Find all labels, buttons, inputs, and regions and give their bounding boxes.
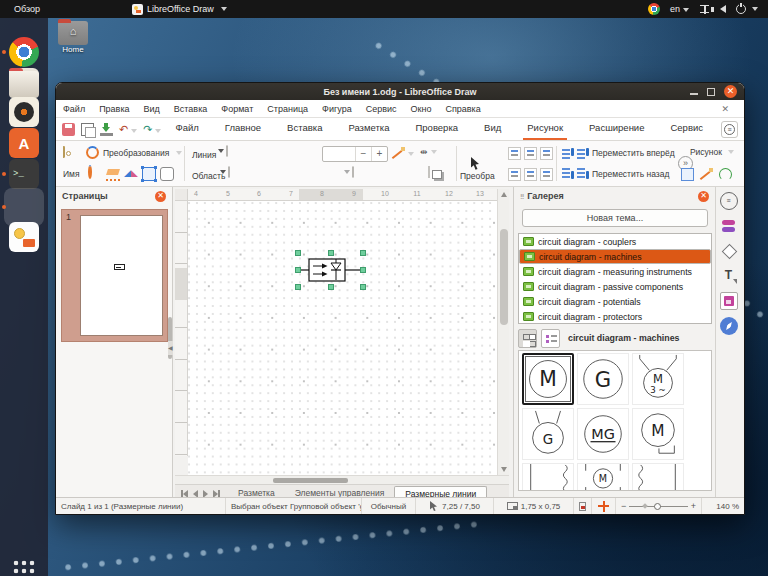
decrease-button[interactable]: − — [355, 147, 371, 161]
theme-item-measuring-instruments[interactable]: circuit diagram - measuring instruments — [519, 264, 711, 279]
gallery-item-motor-selected[interactable]: M — [522, 353, 574, 405]
page-style[interactable]: Обычный — [362, 498, 416, 514]
selection-handle-nw[interactable] — [295, 250, 301, 256]
close-pages-panel-button[interactable]: ✕ — [155, 191, 166, 202]
theme-item-protectors[interactable]: circuit diagram - protectors — [519, 309, 711, 324]
selection-handle-ne[interactable] — [360, 250, 366, 256]
rotate-mode-icon[interactable] — [719, 168, 732, 181]
menu-view[interactable]: Вид — [137, 104, 167, 114]
zoom-in-button[interactable]: + — [691, 502, 696, 511]
theme-item-passive-components[interactable]: circuit diagram - passive components — [519, 279, 711, 294]
page-thumbnail-selected[interactable]: 1 — [61, 209, 168, 342]
gallery-item-generator[interactable]: G — [577, 353, 629, 405]
bring-forward-button[interactable]: Переместить вперёд — [562, 147, 675, 159]
fill-type-select[interactable] — [228, 166, 230, 178]
menu-format[interactable]: Формат — [214, 104, 260, 114]
menu-edit[interactable]: Правка — [92, 104, 136, 114]
close-gallery-button[interactable]: ✕ — [698, 191, 709, 202]
sidebar-settings-icon[interactable]: ≡ — [720, 192, 738, 210]
dock-item-chrome[interactable] — [9, 37, 39, 67]
dock-item-files[interactable] — [9, 68, 39, 98]
save-icon[interactable] — [62, 123, 75, 136]
selection-handle-n[interactable] — [328, 250, 334, 256]
ribbon-tab-layout[interactable]: Разметка — [344, 118, 393, 140]
selection-handle-se[interactable] — [360, 284, 366, 290]
dock-item-terminal[interactable]: >_ — [9, 159, 39, 189]
ribbon-tab-insert[interactable]: Вставка — [283, 118, 326, 140]
selection-handle-e[interactable] — [360, 267, 366, 273]
selected-group-object-gen1_0[interactable] — [299, 254, 363, 287]
drawing-canvas[interactable] — [188, 201, 497, 475]
gallery-item-motor-3phase[interactable]: M 3 ~ — [632, 353, 684, 405]
insert-image-icon[interactable] — [681, 168, 694, 181]
selection-handle-s[interactable] — [328, 284, 334, 290]
ribbon-tab-tools[interactable]: Сервис — [666, 118, 707, 140]
close-document-button[interactable]: ✕ — [714, 104, 736, 114]
theme-item-machines-selected[interactable]: circuit diagram - machines — [519, 249, 711, 264]
horizontal-ruler[interactable]: 4 5 6 7 8 9 10 11 12 13 — [188, 189, 497, 201]
power-menu[interactable] — [736, 4, 758, 14]
document-modified-indicator[interactable] — [574, 498, 592, 514]
navigator-icon[interactable] — [720, 317, 738, 335]
horizontal-scrollbar[interactable] — [175, 475, 509, 484]
activities-button[interactable]: Обзор — [14, 4, 40, 14]
properties-icon[interactable] — [720, 217, 738, 235]
line-color-button[interactable] — [392, 147, 414, 160]
window-titlebar[interactable]: Без имени 1.odg - LibreOffice Draw ✕ — [56, 83, 744, 100]
menu-insert[interactable]: Вставка — [167, 104, 214, 114]
ribbon-tab-draw-active[interactable]: Рисунок — [523, 118, 567, 140]
theme-item-couplers[interactable]: circuit diagram - couplers — [519, 234, 711, 249]
volume-icon[interactable] — [720, 5, 726, 13]
icon-view-button[interactable] — [518, 329, 537, 348]
zoom-level[interactable]: 140 % — [702, 498, 744, 514]
skew-icon[interactable] — [106, 167, 120, 181]
dock-item-libreoffice-draw[interactable] — [9, 222, 39, 252]
name-tag-icon[interactable] — [63, 146, 65, 158]
zoom-slider[interactable]: − + — [616, 498, 702, 514]
styles-icon[interactable]: T — [720, 267, 738, 285]
menu-window[interactable]: Окно — [403, 104, 438, 114]
scroll-down-arrow[interactable] — [501, 467, 507, 472]
keyboard-layout-indicator[interactable]: en — [670, 4, 689, 14]
fit-slide-button[interactable] — [592, 498, 616, 514]
menu-help[interactable]: Справка — [438, 104, 487, 114]
panel-collapse-arrow[interactable]: ◀ — [168, 341, 173, 355]
transformations-button[interactable]: Преобразования — [86, 146, 182, 159]
show-applications-button[interactable] — [12, 559, 36, 576]
zoom-slider-knob[interactable] — [654, 503, 661, 510]
gallery-item-motor-bracket[interactable]: M — [632, 408, 684, 460]
ribbon-tab-file[interactable]: Файл — [171, 118, 202, 140]
gallery-icon-active[interactable] — [720, 292, 738, 310]
detail-view-button[interactable] — [541, 329, 560, 348]
horizontal-scroll-thumb[interactable] — [273, 478, 348, 483]
zoom-slider-track[interactable] — [629, 502, 687, 511]
gallery-item-motor-coil[interactable]: M — [522, 463, 574, 491]
send-backward-button[interactable]: Переместить назад — [562, 168, 669, 180]
paste-icon[interactable] — [100, 123, 113, 136]
arrow-style-button[interactable]: ⇹ — [420, 147, 437, 157]
menu-shape[interactable]: Фигура — [315, 104, 359, 114]
network-icon[interactable] — [699, 4, 710, 15]
align-left-icon[interactable] — [508, 147, 521, 160]
notebookbar-menu-button[interactable]: ≡ — [721, 121, 738, 138]
increase-button[interactable]: + — [371, 147, 387, 161]
scroll-up-arrow[interactable] — [501, 192, 507, 197]
undo-button[interactable]: ↶ — [119, 123, 137, 136]
vertical-scroll-thumb[interactable] — [500, 229, 508, 325]
dock-item-ubuntu-software[interactable]: A — [9, 128, 39, 158]
menu-tools[interactable]: Сервис — [359, 104, 404, 114]
vertical-ruler[interactable] — [175, 201, 188, 456]
theme-item-potentials[interactable]: circuit diagram - potentials — [519, 294, 711, 309]
gallery-item-generator-leads[interactable]: G — [522, 408, 574, 460]
rotate-object-icon[interactable] — [88, 165, 92, 179]
app-menu-button[interactable]: LibreOffice Draw — [132, 4, 227, 15]
align-bottom-icon[interactable] — [540, 168, 553, 181]
flip-icon[interactable] — [124, 167, 138, 181]
ribbon-tab-review[interactable]: Проверка — [411, 118, 462, 140]
shapes-icon[interactable] — [720, 242, 738, 260]
shadow-toggle-button[interactable] — [428, 166, 430, 178]
redo-button[interactable]: ↷ — [143, 123, 161, 136]
close-button[interactable]: ✕ — [724, 85, 737, 98]
line-style-select[interactable] — [226, 145, 228, 157]
gallery-item-motor-coil-right[interactable]: M — [632, 463, 684, 491]
